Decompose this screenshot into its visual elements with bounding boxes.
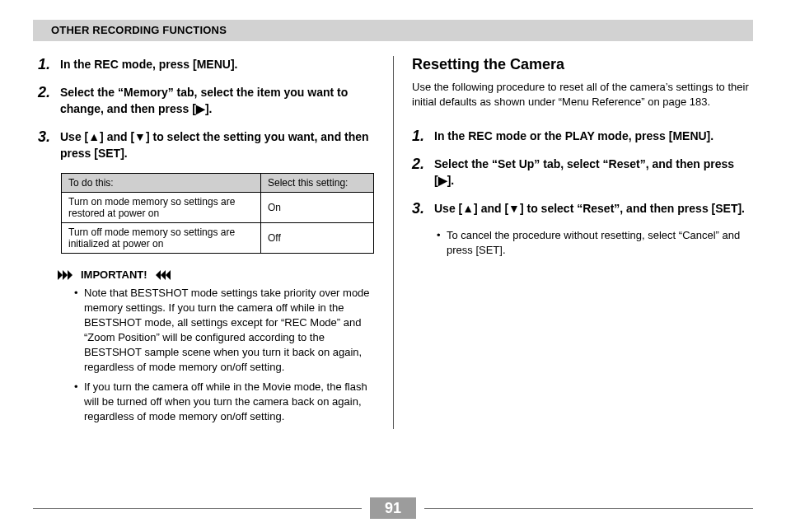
right-title: Resetting the Camera [412, 56, 753, 73]
settings-table-wrap: To do this: Select this setting: Turn on… [61, 173, 378, 254]
step-number: 3. [412, 200, 432, 217]
right-sub-bullet-list: To cancel the procedure without resettin… [437, 228, 753, 258]
left-column: 1. In the REC mode, press [MENU]. 2. Sel… [33, 56, 393, 429]
important-label: IMPORTANT! [81, 268, 147, 281]
step-text: Select the “Memory” tab, select the item… [60, 84, 378, 117]
step-number: 1. [412, 128, 432, 144]
chevron-right-icon [58, 270, 76, 280]
step-item: 2. Select the “Memory” tab, select the i… [38, 84, 378, 117]
settings-table: To do this: Select this setting: Turn on… [61, 173, 374, 254]
step-item: 3. Use [▲] and [▼] to select the setting… [38, 128, 378, 161]
manual-page: OTHER RECORDING FUNCTIONS 1. In the REC … [0, 0, 786, 532]
table-row: Turn off mode memory so settings are ini… [62, 223, 374, 254]
svg-marker-1 [63, 270, 68, 280]
svg-marker-0 [58, 270, 63, 280]
page-footer: 91 [33, 497, 753, 519]
svg-marker-2 [68, 270, 73, 280]
table-cell-desc: Turn on mode memory so settings are rest… [62, 193, 261, 223]
step-number: 2. [38, 84, 58, 100]
svg-marker-3 [156, 270, 161, 280]
footer-rule-left [33, 508, 362, 509]
step-text: In the REC mode, press [MENU]. [60, 56, 237, 72]
step-number: 3. [38, 128, 58, 145]
step-item: 2. Select the “Set Up” tab, select “Rese… [412, 156, 753, 189]
left-steps-list: 1. In the REC mode, press [MENU]. 2. Sel… [38, 56, 378, 161]
step-text: Select the “Set Up” tab, select “Reset”,… [434, 156, 753, 189]
table-row: Turn on mode memory so settings are rest… [62, 193, 374, 223]
right-steps-list: 1. In the REC mode or the PLAY mode, pre… [412, 128, 753, 217]
table-cell-value: Off [261, 223, 374, 254]
page-number: 91 [370, 497, 416, 519]
important-callout: IMPORTANT! [58, 268, 378, 281]
note-item: Note that BESTSHOT mode settings take pr… [74, 286, 378, 375]
table-header-setting: Select this setting: [261, 174, 374, 193]
note-item: If you turn the camera off while in the … [74, 380, 378, 424]
right-column: Resetting the Camera Use the following p… [393, 56, 753, 429]
section-header: OTHER RECORDING FUNCTIONS [33, 20, 753, 41]
step-item: 3. Use [▲] and [▼] to select “Reset”, an… [412, 200, 753, 217]
chevron-left-icon [152, 270, 171, 280]
table-header-todo: To do this: [62, 174, 261, 193]
step-text: Use [▲] and [▼] to select the setting yo… [60, 128, 378, 161]
step-number: 1. [38, 56, 58, 72]
step-number: 2. [412, 156, 432, 172]
step-item: 1. In the REC mode or the PLAY mode, pre… [412, 128, 753, 144]
table-cell-desc: Turn off mode memory so settings are ini… [62, 223, 261, 254]
svg-marker-4 [161, 270, 166, 280]
step-item: 1. In the REC mode, press [MENU]. [38, 56, 378, 72]
footer-rule-right [424, 508, 753, 509]
step-text: Use [▲] and [▼] to select “Reset”, and t… [434, 200, 745, 217]
two-column-layout: 1. In the REC mode, press [MENU]. 2. Sel… [33, 56, 753, 429]
table-cell-value: On [261, 193, 374, 223]
svg-marker-5 [166, 270, 171, 280]
step-text: In the REC mode or the PLAY mode, press … [434, 128, 713, 144]
important-notes-list: Note that BESTSHOT mode settings take pr… [74, 286, 378, 424]
sub-bullet-item: To cancel the procedure without resettin… [437, 228, 753, 258]
right-intro: Use the following procedure to reset all… [412, 80, 753, 110]
